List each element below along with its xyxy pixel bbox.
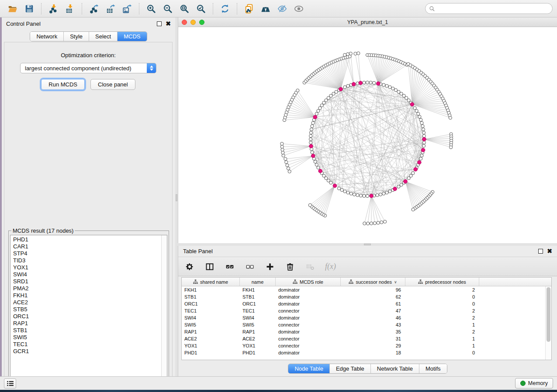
add-column-button[interactable]: [265, 261, 275, 272]
network-node[interactable]: [412, 208, 415, 211]
mcds-result-item[interactable]: SWI4: [13, 271, 161, 278]
settings-button[interactable]: [184, 261, 195, 272]
network-node[interactable]: [382, 83, 385, 86]
mcds-result-item[interactable]: ACE2: [13, 299, 161, 306]
float-table-panel-icon[interactable]: [538, 249, 543, 254]
network-node[interactable]: [422, 131, 426, 134]
network-node[interactable]: [280, 142, 284, 145]
tab-select[interactable]: Select: [89, 32, 118, 41]
table-row[interactable]: SWI4SWI4dominator462: [182, 314, 545, 321]
mcds-hub-node[interactable]: [313, 115, 317, 119]
network-node[interactable]: [356, 193, 359, 196]
table-row[interactable]: SWI5SWI5connector431: [182, 321, 545, 328]
column-header-successor-nodes[interactable]: successor nodes∨: [341, 278, 405, 286]
network-node[interactable]: [285, 161, 288, 164]
network-node[interactable]: [377, 221, 380, 224]
network-node[interactable]: [308, 203, 311, 206]
mcds-result-item[interactable]: PMA2: [13, 285, 161, 292]
export-image-button[interactable]: [119, 2, 135, 16]
close-table-panel-icon[interactable]: ✖: [547, 249, 552, 254]
mcds-list-scrollbar[interactable]: [161, 235, 167, 388]
network-node[interactable]: [335, 90, 338, 93]
network-node[interactable]: [349, 52, 352, 55]
mcds-result-item[interactable]: CAR1: [13, 243, 161, 250]
mcds-result-item[interactable]: SRD1: [13, 278, 161, 285]
tab-node-table[interactable]: Node Table: [288, 364, 330, 373]
network-node[interactable]: [309, 138, 312, 141]
close-panel-icon[interactable]: ✖: [166, 21, 171, 26]
network-node[interactable]: [317, 166, 320, 169]
column-header-predecessor-nodes[interactable]: predecessor nodes: [405, 278, 479, 286]
apply-layout-button[interactable]: [217, 2, 233, 16]
import-table-button[interactable]: [62, 2, 78, 16]
network-node[interactable]: [379, 193, 382, 196]
network-node[interactable]: [394, 89, 397, 92]
tab-network-table[interactable]: Network Table: [371, 364, 419, 373]
mcds-hub-node[interactable]: [404, 179, 408, 183]
tab-style[interactable]: Style: [64, 32, 89, 41]
table-scrollbar-thumb[interactable]: [547, 287, 550, 342]
mcds-hub-node[interactable]: [309, 144, 313, 148]
mcds-hub-node[interactable]: [339, 87, 343, 91]
memory-button[interactable]: Memory: [515, 378, 553, 389]
network-node[interactable]: [388, 86, 391, 89]
network-node[interactable]: [412, 172, 415, 175]
network-node[interactable]: [422, 128, 425, 131]
network-window-titlebar[interactable]: YPA_prune.txt_1: [178, 17, 557, 27]
network-node[interactable]: [343, 53, 346, 56]
mcds-hub-node[interactable]: [393, 187, 397, 191]
network-node[interactable]: [346, 53, 349, 56]
network-node[interactable]: [380, 221, 383, 224]
tab-motifs[interactable]: Motifs: [419, 364, 447, 373]
network-node[interactable]: [420, 154, 423, 157]
deselect-all-button[interactable]: [245, 261, 255, 272]
mcds-result-item[interactable]: ORC1: [13, 313, 161, 320]
network-node[interactable]: [370, 222, 373, 225]
network-node[interactable]: [296, 89, 299, 92]
network-node[interactable]: [311, 121, 315, 124]
run-mcds-button[interactable]: Run MCDS: [41, 79, 85, 90]
network-node[interactable]: [382, 192, 385, 195]
mcds-result-item[interactable]: TEC1: [13, 341, 161, 348]
table-row[interactable]: TEC1TEC1connector472: [182, 307, 545, 314]
network-node[interactable]: [329, 94, 332, 97]
mcds-result-list[interactable]: PHD1CAR1STP4TID3YOX1SWI4SRD1PMA2FKH1ACE2…: [10, 235, 167, 389]
network-node[interactable]: [384, 220, 387, 223]
network-node[interactable]: [391, 87, 394, 90]
show-columns-button[interactable]: [204, 261, 215, 272]
mcds-hub-node[interactable]: [410, 103, 414, 107]
network-node[interactable]: [421, 124, 424, 127]
mcds-hub-node[interactable]: [414, 168, 418, 172]
show-panels-button[interactable]: [4, 378, 16, 389]
tab-mcds[interactable]: MCDS: [118, 32, 146, 41]
network-node[interactable]: [346, 191, 349, 194]
network-node[interactable]: [369, 81, 372, 84]
network-node[interactable]: [343, 190, 346, 193]
mcds-hub-node[interactable]: [421, 148, 425, 152]
network-node[interactable]: [320, 104, 323, 107]
table-row[interactable]: ORC1ORC1dominator610: [182, 300, 545, 307]
network-node[interactable]: [449, 116, 452, 119]
mcds-hub-node[interactable]: [370, 194, 374, 198]
network-node[interactable]: [407, 177, 410, 180]
mcds-result-item[interactable]: STB1: [13, 327, 161, 334]
network-node[interactable]: [422, 141, 426, 144]
network-node[interactable]: [366, 194, 369, 197]
zoom-selected-button[interactable]: [193, 2, 209, 16]
network-node[interactable]: [420, 121, 423, 124]
mcds-result-item[interactable]: STB5: [13, 306, 161, 313]
network-node[interactable]: [450, 146, 453, 149]
hide-selected-button[interactable]: [274, 2, 291, 16]
mcds-result-item[interactable]: FKH1: [13, 292, 161, 299]
open-file-button[interactable]: [4, 2, 21, 16]
mcds-hub-node[interactable]: [311, 154, 315, 158]
network-node[interactable]: [322, 174, 325, 177]
delete-columns-button[interactable]: [285, 261, 295, 272]
network-node[interactable]: [337, 187, 340, 190]
network-node[interactable]: [373, 222, 376, 225]
table-row[interactable]: FKH1FKH1dominator962: [182, 286, 545, 293]
network-node[interactable]: [284, 158, 287, 161]
network-node[interactable]: [281, 148, 284, 151]
network-node[interactable]: [363, 194, 366, 197]
mcds-result-item[interactable]: STP4: [13, 250, 161, 257]
